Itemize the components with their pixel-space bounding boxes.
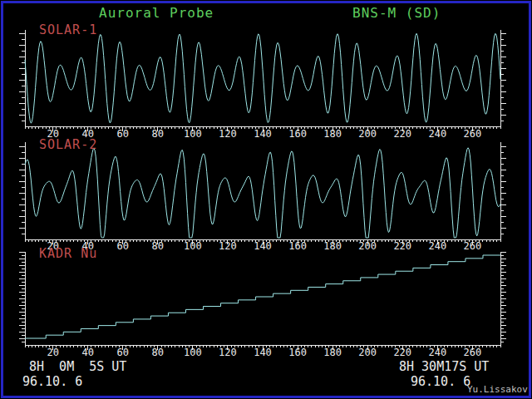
svg-text:20: 20	[47, 347, 58, 358]
author-credit: Yu.Lissakov	[467, 385, 528, 394]
panel-label-solar2: SOLAR-2	[39, 139, 97, 151]
instrument-title: BNS-M (SD)	[352, 7, 441, 20]
telemetry-screen: Auroral Probe BNS-M (SD) SOLAR-1 SOLAR-2…	[0, 0, 532, 399]
end-date-label: 96.10. 6	[411, 376, 470, 388]
solar1-plot: 20406080100120140160180200220240260	[0, 25, 532, 143]
start-date-label: 96.10. 6	[22, 376, 82, 388]
start-time-label: 8H 0M 5S UT	[29, 361, 126, 373]
panel-label-kadr: KADR Nu	[39, 248, 97, 260]
svg-text:120: 120	[219, 347, 237, 358]
panel-label-solar1: SOLAR-1	[39, 24, 97, 37]
svg-text:40: 40	[81, 347, 93, 358]
end-time-label: 8H 30M17S UT	[399, 361, 489, 373]
svg-text:60: 60	[117, 347, 129, 358]
svg-text:180: 180	[323, 347, 342, 358]
app-title: Auroral Probe	[99, 7, 214, 20]
svg-text:160: 160	[288, 347, 307, 358]
svg-text:100: 100	[184, 347, 202, 358]
solar2-plot: 20406080100120140160180200220240260	[0, 135, 532, 254]
svg-text:260: 260	[464, 347, 482, 358]
kadr-plot: 20406080100120140160180200220240260	[0, 246, 532, 367]
svg-text:240: 240	[428, 347, 446, 358]
svg-text:200: 200	[358, 347, 377, 358]
svg-text:80: 80	[152, 347, 164, 358]
svg-text:220: 220	[393, 347, 411, 358]
svg-text:140: 140	[254, 347, 272, 358]
